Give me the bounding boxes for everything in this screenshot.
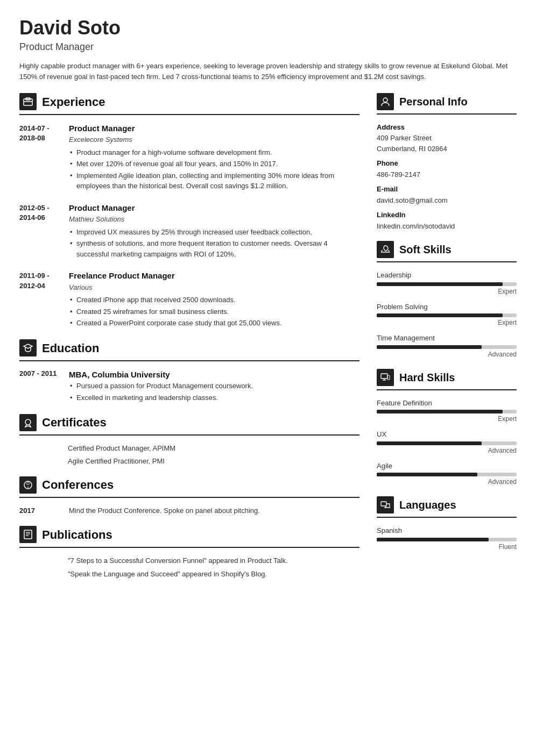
skill-item: Time Management Advanced — [377, 333, 517, 359]
skill-name: Spanish — [377, 525, 517, 536]
education-bullet: Excelled in marketing and leadership cla… — [69, 393, 359, 403]
skill-name: Leadership — [377, 270, 517, 281]
experience-bullet: Created 25 wireframes for small business… — [69, 306, 359, 317]
skill-bar-background — [377, 441, 517, 445]
experience-job-title: Product Manager — [69, 123, 359, 135]
conference-text: Mind the Product Conference. Spoke on pa… — [69, 505, 359, 516]
skill-bar-background — [377, 345, 517, 349]
education-icon — [19, 339, 37, 356]
conferences-icon — [19, 476, 37, 494]
skill-item: Agile Advanced — [377, 461, 517, 487]
skill-level: Expert — [377, 287, 517, 296]
skill-bar-fill — [377, 345, 482, 349]
experience-date: 2014-07 -2018-08 — [19, 123, 60, 192]
skill-bar-background — [377, 313, 517, 317]
skill-bar-background — [377, 473, 517, 476]
education-degree: MBA, Columbia University — [69, 369, 359, 381]
experience-bullet: Improved UX measures by 25% through incr… — [69, 227, 359, 238]
experience-bullets: Created iPhone app that received 2500 do… — [69, 295, 359, 329]
experience-bullet: Created a PowerPoint corporate case stud… — [69, 318, 359, 329]
education-section-header: Education — [19, 339, 359, 361]
skill-level: Advanced — [377, 477, 517, 487]
personal-info-email-label: E-mail — [377, 184, 517, 195]
resume-header: David Soto Product Manager Highly capabl… — [19, 17, 517, 82]
personal-info-title: Personal Info — [399, 94, 468, 110]
certificates-icon — [19, 414, 37, 431]
soft-skills-header: Soft Skills — [377, 241, 517, 262]
skill-item: Feature Definition Expert — [377, 398, 517, 424]
personal-info-phone: 486-789-2147 — [377, 169, 517, 180]
certificates-section-header: Certificates — [19, 413, 359, 436]
education-date: 2007 - 2011 — [19, 369, 60, 404]
skill-name: Problem Solving — [377, 302, 517, 312]
skill-bar-fill — [377, 538, 489, 541]
skill-level: Advanced — [377, 446, 517, 455]
skill-bar-fill — [377, 441, 482, 445]
skill-item: Problem Solving Expert — [377, 302, 517, 328]
personal-info-linkedin: linkedin.com/in/sotodavid — [377, 221, 517, 232]
certificates-title: Certificates — [42, 413, 107, 431]
conferences-list: 2017 Mind the Product Conference. Spoke … — [19, 505, 359, 516]
skill-level: Expert — [377, 318, 517, 327]
skill-bar-fill — [377, 473, 477, 476]
hard-skills-icon — [377, 369, 394, 386]
conference-item: 2017 Mind the Product Conference. Spoke … — [19, 505, 359, 516]
languages-title: Languages — [399, 497, 456, 513]
education-list: 2007 - 2011 MBA, Columbia University Pur… — [19, 369, 359, 404]
publications-icon — [19, 526, 37, 543]
skill-name: Time Management — [377, 333, 517, 344]
publications-section-header: Publications — [19, 526, 359, 548]
experience-company: Excelecore Systems — [69, 134, 359, 145]
personal-info-address-label: Address — [377, 122, 517, 133]
languages-list: Spanish Fluent — [377, 525, 517, 552]
experience-section-header: Experience — [19, 93, 359, 115]
personal-info-email: david.soto@gmail.com — [377, 195, 517, 206]
skill-item: UX Advanced — [377, 429, 517, 455]
skill-bar-background — [377, 538, 517, 541]
conferences-title: Conferences — [42, 476, 114, 494]
hard-skills-title: Hard Skills — [399, 369, 455, 386]
svg-rect-5 — [24, 530, 32, 539]
publication-item: "Speak the Language and Succeed" appeare… — [19, 569, 359, 580]
personal-info-icon — [377, 93, 394, 110]
candidate-title: Product Manager — [19, 40, 517, 54]
skill-item: Spanish Fluent — [377, 525, 517, 552]
education-bullets: Pursued a passion for Product Management… — [69, 381, 359, 403]
left-column: Experience 2014-07 -2018-08 Product Mana… — [19, 93, 359, 583]
conference-year: 2017 — [19, 505, 60, 516]
svg-rect-14 — [381, 502, 386, 506]
hard-skills-list: Feature Definition Expert UX Advanced Ag… — [377, 398, 517, 487]
skill-bar-background — [377, 410, 517, 413]
experience-bullet: Product manager for a high-volume softwa… — [69, 147, 359, 158]
skill-bar-fill — [377, 282, 503, 286]
languages-icon — [377, 496, 394, 513]
experience-content: Product Manager Excelecore Systems Produ… — [69, 123, 359, 192]
experience-bullet: Implemented Agile ideation plan, collect… — [69, 170, 359, 191]
publications-title: Publications — [42, 526, 112, 544]
candidate-name: David Soto — [19, 17, 517, 39]
soft-skills-icon — [377, 241, 394, 258]
skill-item: Leadership Expert — [377, 270, 517, 296]
experience-bullets: Product manager for a high-volume softwa… — [69, 147, 359, 191]
skill-name: Agile — [377, 461, 517, 472]
svg-point-9 — [383, 98, 387, 102]
certificate-item: Certified Product Manager, APIMM — [19, 443, 359, 454]
svg-rect-10 — [381, 374, 387, 379]
skill-bar-fill — [377, 313, 503, 317]
soft-skills-section: Soft Skills Leadership Expert Problem So… — [377, 241, 517, 359]
experience-title: Experience — [42, 93, 105, 111]
experience-item: 2011-09 -2012-04 Freelance Product Manag… — [19, 270, 359, 330]
soft-skills-list: Leadership Expert Problem Solving Expert… — [377, 270, 517, 359]
soft-skills-title: Soft Skills — [399, 241, 452, 258]
skill-level: Advanced — [377, 350, 517, 359]
education-content: MBA, Columbia University Pursued a passi… — [69, 369, 359, 404]
skill-name: Feature Definition — [377, 398, 517, 409]
skill-name: UX — [377, 429, 517, 440]
personal-info-header: Personal Info — [377, 93, 517, 115]
experience-date: 2011-09 -2012-04 — [19, 270, 60, 330]
personal-info-section: Personal Info Address 409 Parker Street … — [377, 93, 517, 232]
hard-skills-header: Hard Skills — [377, 369, 517, 390]
education-item: 2007 - 2011 MBA, Columbia University Pur… — [19, 369, 359, 404]
experience-item: 2012-05 -2014-06 Product Manager Mathieu… — [19, 202, 359, 261]
experience-bullets: Improved UX measures by 25% through incr… — [69, 227, 359, 260]
